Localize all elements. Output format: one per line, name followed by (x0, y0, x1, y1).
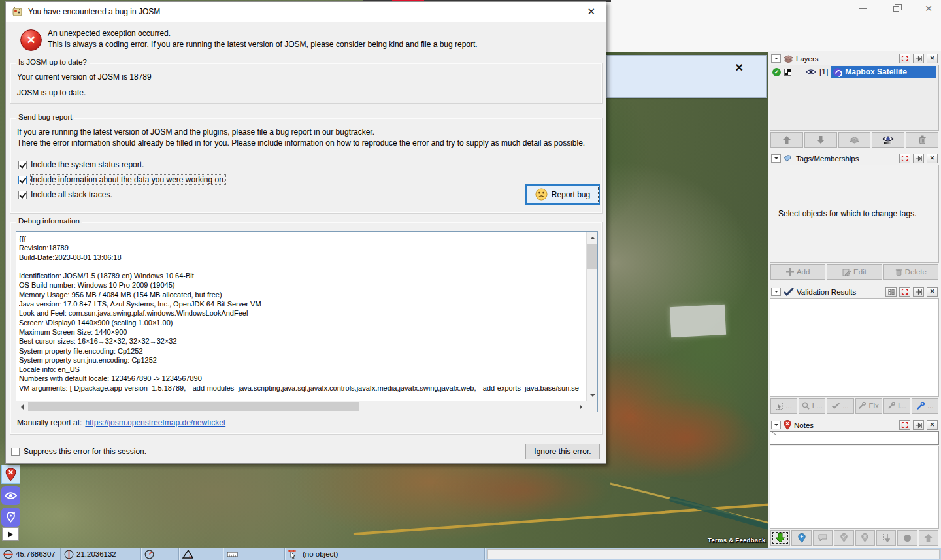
error-intro: An unexpected exception occurred. This i… (48, 28, 478, 50)
float-panel-button[interactable] (899, 420, 910, 430)
notes-panel-title: Notes (794, 421, 814, 429)
collapse-button[interactable] (771, 421, 781, 429)
checkbox-status-report[interactable] (18, 161, 27, 169)
download-notes-button[interactable] (770, 530, 790, 546)
reopen-note-button[interactable] (855, 530, 875, 546)
layer-opacity-button[interactable] (872, 132, 904, 148)
float-panel-button[interactable] (899, 154, 910, 163)
magnifier-icon (802, 402, 810, 410)
add-tag-label: Add (797, 268, 810, 276)
active-layer-chip[interactable]: Mapbox Satellite (831, 66, 936, 78)
collapse-button[interactable] (771, 54, 781, 63)
validation-lookup-button[interactable]: L... (799, 398, 825, 414)
location-pin-icon (6, 512, 16, 523)
dialog-close-button[interactable]: ✕ (583, 6, 599, 18)
scroll-right-button[interactable] (575, 401, 586, 412)
delete-tag-button[interactable]: Delete (883, 264, 938, 280)
add-tag-button[interactable]: Add (770, 264, 825, 280)
debug-text[interactable]: {{{ Revision:18789 Build-Date:2023-08-01… (19, 234, 584, 399)
layer-index-badge: [1] (819, 67, 828, 76)
close-panel-button[interactable]: ✕ (927, 54, 938, 63)
vertical-scroll-thumb[interactable] (587, 244, 597, 269)
float-panel-button[interactable] (899, 287, 910, 297)
scroll-down-button[interactable] (587, 389, 598, 401)
scroll-left-button[interactable] (16, 401, 27, 412)
sad-face-icon (535, 188, 548, 201)
new-note-button[interactable] (791, 530, 811, 546)
horizontal-scrollbar[interactable] (16, 401, 586, 412)
notes-filter-input[interactable] (770, 431, 939, 445)
float-panel-button[interactable] (899, 54, 910, 63)
sidebar-expander-button[interactable] (2, 527, 19, 541)
layer-move-up-button[interactable] (770, 132, 803, 148)
arrow-down-icon (816, 135, 825, 144)
debug-textarea[interactable]: {{{ Revision:18789 Build-Date:2023-08-01… (16, 231, 598, 412)
stick-panel-button[interactable] (913, 54, 924, 63)
send-info-line1: If you are running the latest version of… (17, 127, 585, 138)
notes-tool-button[interactable] (1, 465, 20, 484)
validation-toolbar: ... L... ... Fix (770, 397, 939, 414)
stick-panel-button[interactable] (913, 420, 924, 430)
vertical-scrollbar[interactable] (586, 232, 597, 401)
checkbox-data-info[interactable] (18, 176, 27, 184)
pin-icon (915, 56, 922, 62)
mapillary-eye-tool-button[interactable] (1, 486, 20, 505)
eye-slider-icon (882, 135, 894, 144)
suppress-error-checkbox[interactable] (11, 448, 20, 456)
scroll-up-button[interactable] (587, 232, 598, 243)
upload-notes-button[interactable] (919, 530, 938, 546)
error-intro-line1: An unexpected exception occurred. (48, 28, 478, 39)
checkbox-data-info-label: Include information about the data you w… (31, 175, 225, 184)
close-window-button[interactable]: ✕ (921, 3, 936, 14)
validation-fix-button[interactable]: Fix (855, 398, 882, 414)
layer-move-down-button[interactable] (804, 132, 837, 148)
horizontal-scroll-thumb[interactable] (28, 402, 359, 411)
layers-icon (784, 55, 793, 63)
checkbox-stack-traces[interactable] (18, 191, 27, 199)
window-controls: ✕ (856, 1, 936, 16)
sort-notes-button[interactable] (876, 530, 896, 546)
stick-panel-button[interactable] (913, 154, 924, 163)
notification-popup: ✕ (606, 55, 767, 98)
restore-button[interactable] (889, 3, 903, 14)
note-pin-icon (784, 420, 791, 430)
scrollbar-corner (586, 401, 597, 412)
statusbar-help-area (487, 549, 940, 559)
checkbox-row-data-info[interactable]: Include information about the data you w… (18, 175, 225, 184)
close-panel-button[interactable]: ✕ (927, 287, 938, 297)
suppress-error-row[interactable]: Suppress this error for this session. (11, 447, 146, 456)
note-user-button[interactable] (897, 530, 917, 546)
minimize-button[interactable] (856, 3, 870, 14)
stick-panel-button[interactable] (913, 287, 924, 297)
bugtracker-link[interactable]: https://josm.openstreetmap.de/newticket (85, 418, 225, 427)
download-green-arrow-icon (775, 533, 785, 543)
merge-layer-button[interactable] (838, 132, 871, 148)
report-bug-button[interactable]: Report bug (525, 184, 600, 205)
ignore-error-button[interactable]: Ignore this error. (525, 444, 600, 459)
delete-layer-button[interactable] (906, 132, 938, 148)
layer-visibility-eye-icon[interactable] (806, 69, 816, 75)
checkbox-row-status-report[interactable]: Include the system status report. (18, 160, 144, 169)
sort-dotted-arrow-icon (882, 533, 890, 542)
validation-select-button[interactable]: ... (770, 398, 797, 414)
close-panel-button[interactable]: ✕ (927, 420, 938, 430)
validation-manage-ignore-button[interactable]: ... (912, 398, 938, 414)
notification-close-button[interactable]: ✕ (735, 61, 744, 74)
validation-filter-button[interactable] (885, 287, 897, 297)
close-note-button[interactable] (834, 530, 853, 546)
float-icon (901, 55, 908, 62)
close-panel-button[interactable]: ✕ (927, 154, 938, 163)
validation-fix-label: Fix (868, 402, 878, 410)
collapse-button[interactable] (771, 154, 781, 163)
dialog-titlebar[interactable]: You have encountered a bug in JOSM ✕ (6, 2, 606, 22)
note-comment-button[interactable] (813, 530, 833, 546)
validation-ignore-button[interactable]: I... (883, 398, 910, 414)
mapillary-pin-tool-button[interactable] (1, 508, 20, 527)
collapse-button[interactable] (771, 288, 781, 296)
map-attribution-link[interactable]: Terms & Feedback (708, 536, 766, 544)
layer-row[interactable]: ✓ [1] Mapbox Satellite (770, 65, 938, 78)
layer-opacity-icon[interactable] (784, 69, 791, 76)
validation-validate-button[interactable]: ... (827, 398, 853, 414)
edit-tag-button[interactable]: Edit (827, 264, 882, 280)
checkbox-row-stack-traces[interactable]: Include all stack traces. (18, 190, 112, 199)
